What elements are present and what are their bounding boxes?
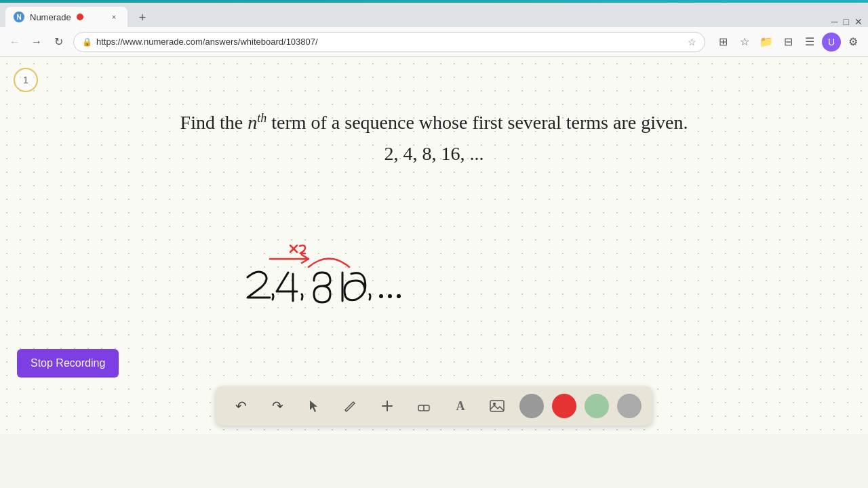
svg-point-7 [388,294,392,298]
plus-icon [380,399,395,413]
lock-icon: 🔒 [82,37,92,47]
back-button[interactable]: ← [5,33,24,52]
color-green-button[interactable] [585,394,609,418]
problem-suffix: term of a sequence whose first several t… [267,112,688,133]
stop-recording-button[interactable]: Stop Recording [17,349,119,378]
handwritten-content [190,240,461,328]
image-icon [489,398,505,414]
svg-point-6 [379,294,383,298]
browser-icon-1[interactable]: ⊟ [778,33,797,52]
color-dark-gray-button[interactable] [617,394,642,418]
text-tool-button[interactable]: A [446,392,475,420]
image-tool-button[interactable] [483,392,511,420]
whiteboard: 1 Find the nth term of a sequence whose … [0,57,868,434]
close-button[interactable]: ✕ [854,16,863,27]
redo-button[interactable]: ↷ [263,392,292,420]
forward-button[interactable]: → [27,33,46,52]
pencil-icon [343,399,358,413]
browser-icon-2[interactable]: ☰ [800,33,819,52]
problem-prefix: Find the [180,112,248,133]
profile-icon[interactable]: U [822,33,841,52]
eraser-tool-button[interactable] [410,392,438,420]
page-number: 1 [14,68,38,92]
new-tab-button[interactable]: + [133,8,152,27]
browser-menu-icon[interactable]: ⚙ [844,33,863,52]
cursor-icon [307,399,321,413]
tab-favicon: N [14,12,24,22]
maximize-button[interactable]: □ [844,16,849,27]
browser-nav-icons: ⊞ ☆ 📁 ⊟ ☰ U ⚙ [713,33,863,52]
pencil-tool-button[interactable] [336,392,365,420]
star-icon[interactable]: ☆ [688,37,696,47]
tab-close-button[interactable]: × [108,12,119,22]
color-red-button[interactable] [552,394,576,418]
tab-bar: N Numerade × + ─ □ ✕ [0,3,868,27]
svg-rect-13 [490,401,504,411]
address-bar[interactable]: 🔒 https://www.numerade.com/answers/white… [73,32,705,52]
nav-bar: ← → ↻ 🔒 https://www.numerade.com/answers… [0,27,868,57]
extensions-icon[interactable]: ⊞ [713,33,732,52]
favorites-icon[interactable]: ☆ [735,33,754,52]
minimize-button[interactable]: ─ [831,16,838,27]
bottom-toolbar: ↶ ↷ A [216,386,652,426]
color-gray-button[interactable] [519,394,544,418]
n-variable: nth [248,112,267,133]
tab-title: Numerade [30,12,71,22]
undo-button[interactable]: ↶ [226,392,255,420]
recording-dot [77,14,83,20]
select-tool-button[interactable] [300,392,328,420]
url-text: https://www.numerade.com/answers/whitebo… [96,37,684,47]
problem-content: Find the nth term of a sequence whose fi… [0,111,868,165]
add-tool-button[interactable] [373,392,401,420]
eraser-icon [416,399,431,413]
svg-point-8 [397,294,401,298]
reload-button[interactable]: ↻ [49,33,68,52]
collections-icon[interactable]: 📁 [757,33,776,52]
problem-statement: Find the nth term of a sequence whose fi… [180,111,688,134]
handwriting-svg [190,240,461,328]
sequence-text: 2, 4, 8, 16, ... [384,143,484,165]
active-tab[interactable]: N Numerade × [5,7,127,27]
